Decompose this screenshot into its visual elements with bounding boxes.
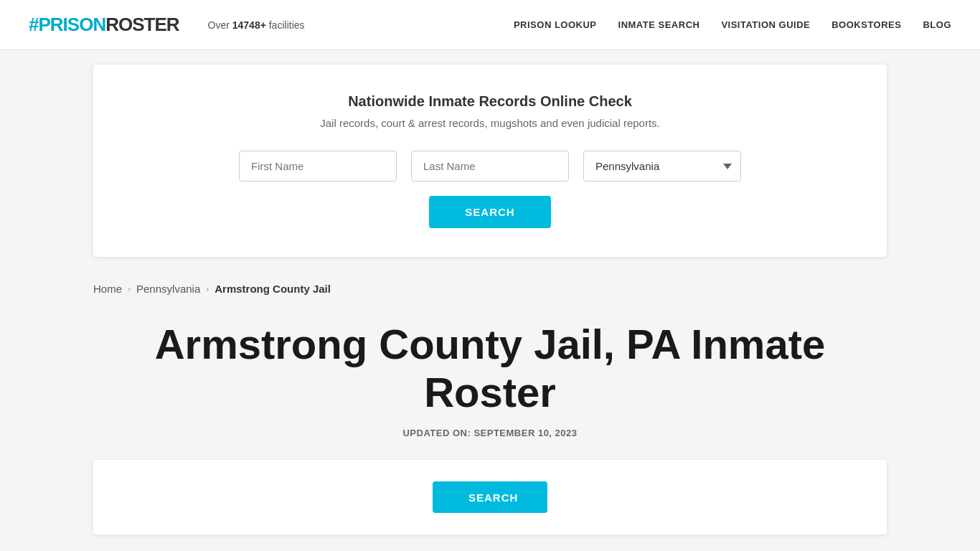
breadcrumb-separator-2: › <box>206 284 209 294</box>
nav-inmate-search[interactable]: INMATE SEARCH <box>618 19 700 30</box>
breadcrumb-state[interactable]: Pennsylvania <box>136 283 200 295</box>
nav-prison-lookup[interactable]: PRISON LOOKUP <box>514 19 597 30</box>
search-inputs-row: Pennsylvania Alabama Alaska Arizona Arka… <box>136 151 844 182</box>
facilities-text: Over 14748+ facilities <box>208 19 305 31</box>
search-button[interactable]: SEARCH <box>429 196 550 228</box>
state-select[interactable]: Pennsylvania Alabama Alaska Arizona Arka… <box>583 151 741 182</box>
header: #PRISONROSTER Over 14748+ facilities PRI… <box>0 0 980 50</box>
breadcrumb-separator-1: › <box>128 284 131 294</box>
logo[interactable]: #PRISONROSTER <box>29 14 179 36</box>
nav-blog[interactable]: BLOG <box>923 19 951 30</box>
bottom-card: SEARCH <box>93 460 887 534</box>
nav-visitation-guide[interactable]: VISITATION GUIDE <box>721 19 810 30</box>
last-name-input[interactable] <box>411 151 569 182</box>
main-nav: PRISON LOOKUP INMATE SEARCH VISITATION G… <box>514 19 951 30</box>
breadcrumb-home[interactable]: Home <box>93 283 122 295</box>
first-name-input[interactable] <box>239 151 397 182</box>
search-panel: Nationwide Inmate Records Online Check J… <box>93 65 887 257</box>
logo-hash: # <box>29 14 38 36</box>
nav-bookstores[interactable]: BOOKSTORES <box>831 19 901 30</box>
breadcrumb-current: Armstrong County Jail <box>215 283 331 295</box>
updated-label: UPDATED ON: SEPTEMBER 10, 2023 <box>93 428 887 438</box>
logo-prison: PRISON <box>38 14 105 36</box>
main-content: Armstrong County Jail, PA Inmate Roster … <box>0 306 980 438</box>
page-title: Armstrong County Jail, PA Inmate Roster <box>93 321 887 416</box>
search-panel-title: Nationwide Inmate Records Online Check <box>136 93 844 110</box>
search-button-row: SEARCH <box>136 196 844 228</box>
bottom-search-button[interactable]: SEARCH <box>433 481 547 513</box>
logo-roster: ROSTER <box>105 14 179 36</box>
search-panel-subtitle: Jail records, court & arrest records, mu… <box>136 117 844 129</box>
breadcrumb: Home › Pennsylvania › Armstrong County J… <box>0 271 980 306</box>
